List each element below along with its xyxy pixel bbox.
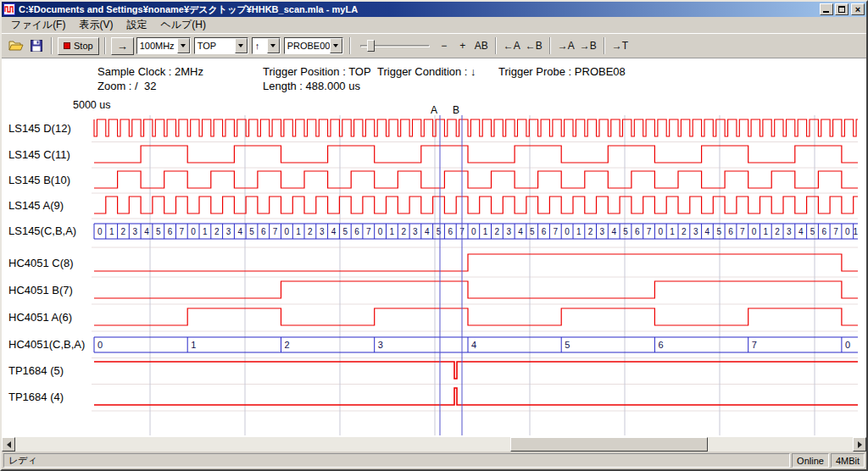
svg-text:7: 7 <box>180 227 185 236</box>
info-length: Length : 488.000 us <box>263 80 360 92</box>
trigger-position-select[interactable]: TOP <box>194 37 248 54</box>
run-button[interactable]: → <box>111 37 134 55</box>
menu-item-view[interactable]: 表示(V) <box>72 16 120 34</box>
svg-text:5: 5 <box>716 227 721 236</box>
svg-text:3: 3 <box>413 227 418 236</box>
scroll-left-button[interactable] <box>2 437 15 452</box>
svg-text:0: 0 <box>97 340 103 350</box>
close-button[interactable] <box>851 3 865 15</box>
status-ready: レディ <box>3 453 790 468</box>
svg-text:4: 4 <box>611 227 616 236</box>
svg-text:1: 1 <box>576 227 581 236</box>
svg-text:4: 4 <box>518 227 523 236</box>
sample-clock-value: 100MHz <box>137 38 177 53</box>
info-trigger-position: Trigger Position : TOP <box>263 65 371 78</box>
dropdown-arrow-button[interactable] <box>177 38 190 53</box>
svg-text:4: 4 <box>471 340 476 350</box>
svg-text:4: 4 <box>144 227 149 236</box>
sample-clock-select[interactable]: 100MHz <box>136 37 191 54</box>
svg-text:1: 1 <box>483 227 488 236</box>
svg-text:5: 5 <box>437 227 442 236</box>
time-scale-label: 5000 us <box>73 100 110 111</box>
stop-label: Stop <box>74 41 93 51</box>
info-sample-clock: Sample Clock : 2MHz <box>97 65 203 78</box>
svg-text:2: 2 <box>495 227 500 236</box>
trigger-position-value: TOP <box>195 38 235 53</box>
svg-text:0: 0 <box>752 227 757 236</box>
open-file-button[interactable] <box>6 36 26 55</box>
menu-item-file[interactable]: ファイル(F) <box>4 16 72 34</box>
svg-text:3: 3 <box>693 227 698 236</box>
svg-text:5: 5 <box>530 227 535 236</box>
cursor-label-A: A <box>431 104 437 116</box>
svg-text:2: 2 <box>588 227 593 236</box>
maximize-icon <box>838 6 845 13</box>
dropdown-arrow-button[interactable] <box>330 38 342 53</box>
svg-text:3: 3 <box>506 227 511 236</box>
window-title: C:¥Documents and Settings¥noname¥デスクトップ¥… <box>19 3 818 16</box>
run-arrow-icon: → <box>117 41 128 52</box>
maximize-button[interactable] <box>835 3 849 15</box>
svg-text:1: 1 <box>191 340 196 350</box>
save-file-button[interactable] <box>26 36 47 55</box>
stop-icon <box>64 42 70 49</box>
app-icon <box>3 3 15 15</box>
zoom-slider-thumb[interactable] <box>367 40 375 52</box>
svg-text:0: 0 <box>378 227 383 236</box>
toolbar-separator <box>51 37 53 54</box>
zoom-in-button[interactable]: + <box>453 36 472 55</box>
svg-text:6: 6 <box>635 227 640 236</box>
info-zoom: Zoom : / 32 <box>97 80 156 92</box>
chevron-down-icon <box>333 44 338 47</box>
svg-text:3: 3 <box>226 227 231 236</box>
save-floppy-icon <box>31 40 42 52</box>
svg-text:6: 6 <box>354 227 359 236</box>
svg-text:6: 6 <box>448 227 453 236</box>
svg-text:3: 3 <box>132 227 137 236</box>
zoom-out-button[interactable]: − <box>435 36 453 55</box>
dropdown-arrow-button[interactable] <box>235 38 248 53</box>
chevron-down-icon <box>181 44 186 47</box>
status-memory: 4MBit <box>831 453 865 468</box>
svg-text:3: 3 <box>320 227 325 236</box>
close-icon <box>852 4 864 14</box>
dropdown-arrow-button[interactable] <box>267 38 280 53</box>
svg-text:7: 7 <box>833 227 838 236</box>
trigger-probe-select[interactable]: PROBE00 <box>284 37 343 54</box>
zoom-slider[interactable] <box>359 37 431 54</box>
goto-b-left-button[interactable]: ←B <box>523 36 545 55</box>
svg-text:7: 7 <box>273 227 278 236</box>
toolbar-separator <box>604 37 605 54</box>
app-window: C:¥Documents and Settings¥noname¥デスクトップ¥… <box>0 0 868 471</box>
horizontal-scrollbar[interactable] <box>2 437 866 452</box>
svg-text:0: 0 <box>845 227 850 236</box>
svg-text:7: 7 <box>554 227 559 236</box>
svg-text:5: 5 <box>565 340 570 350</box>
ab-cursor-button[interactable]: AB <box>472 36 491 55</box>
menu-bar: ファイル(F) 表示(V) 設定 ヘルプ(H) <box>2 17 866 33</box>
svg-text:6: 6 <box>658 340 663 350</box>
scrollbar-thumb[interactable] <box>510 437 708 452</box>
toolbar-separator <box>549 37 551 54</box>
svg-text:0: 0 <box>191 227 196 236</box>
goto-b-right-button[interactable]: →B <box>577 36 599 55</box>
svg-text:0: 0 <box>565 227 570 236</box>
svg-text:5: 5 <box>156 227 161 236</box>
svg-text:0: 0 <box>845 340 850 350</box>
scroll-right-button[interactable] <box>853 437 866 452</box>
chevron-down-icon <box>270 44 275 47</box>
scroll-left-icon <box>7 441 11 448</box>
svg-text:3: 3 <box>600 227 605 236</box>
goto-trigger-button[interactable]: →T <box>609 36 631 55</box>
trigger-edge-select[interactable]: ↑ <box>252 37 281 54</box>
stop-button[interactable]: Stop <box>58 37 99 55</box>
svg-text:1: 1 <box>203 227 208 236</box>
minimize-button[interactable] <box>820 3 833 15</box>
menu-item-settings[interactable]: 設定 <box>120 16 153 34</box>
cursor-label-B: B <box>453 104 459 116</box>
menu-item-help[interactable]: ヘルプ(H) <box>153 16 213 34</box>
trigger-probe-value: PROBE00 <box>285 38 330 53</box>
svg-text:0: 0 <box>659 227 664 236</box>
goto-a-left-button[interactable]: ←A <box>501 36 523 55</box>
goto-a-right-button[interactable]: →A <box>555 36 577 55</box>
